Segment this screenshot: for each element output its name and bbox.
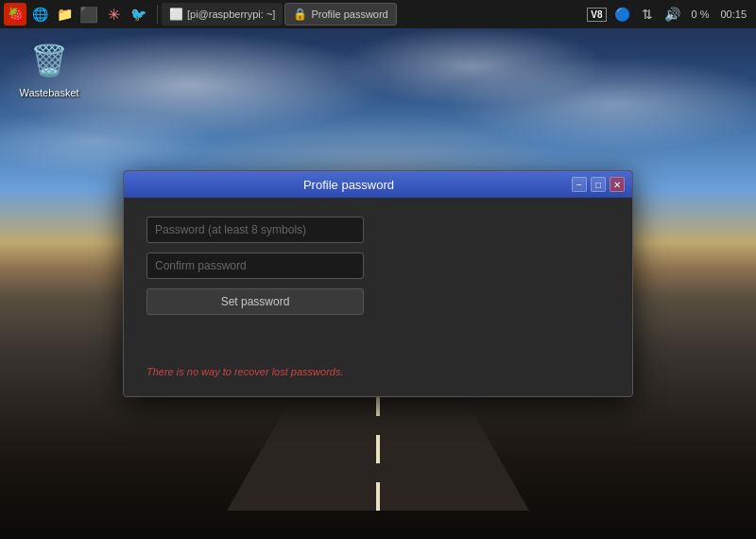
dialog-overlay: Profile password − □ ✕ Set password Ther… (0, 28, 756, 539)
terminal-taskbar-btn[interactable]: ⬜ [pi@raspberrypi: ~] (162, 3, 283, 26)
settings-icon[interactable]: ✳ (102, 3, 125, 26)
terminal-btn-label: [pi@raspberrypi: ~] (187, 9, 275, 20)
dialog-titlebar: Profile password − □ ✕ (124, 171, 632, 198)
taskbar: 🍓 🌐 📁 ⬛ ✳ 🐦 ⬜ [pi@raspberrypi: ~] 🔒 Prof… (0, 0, 756, 28)
warning-text: There is no way to recover lost password… (146, 366, 610, 377)
antivirus-icon[interactable]: 🐦 (127, 3, 149, 26)
profile-password-dialog: Profile password − □ ✕ Set password Ther… (123, 170, 633, 397)
set-password-button[interactable]: Set password (146, 288, 364, 315)
network-icon[interactable]: ⇅ (638, 5, 657, 24)
volume-icon[interactable]: 🔊 (661, 5, 684, 24)
globe-icon[interactable]: 🌐 (28, 3, 51, 26)
terminal-icon[interactable]: ⬛ (77, 3, 100, 26)
dialog-content: Set password There is no way to recover … (124, 198, 632, 396)
raspberry-menu-icon[interactable]: 🍓 (4, 3, 26, 26)
taskbar-separator-1 (157, 5, 158, 24)
lock-icon: 🔒 (293, 8, 307, 21)
password-input[interactable] (146, 217, 364, 243)
folder-icon[interactable]: 📁 (53, 3, 76, 26)
dialog-spacer (146, 324, 610, 353)
v8-indicator[interactable]: V8 (587, 8, 606, 22)
taskbar-left: 🍓 🌐 📁 ⬛ ✳ 🐦 (0, 3, 153, 26)
dialog-taskbar-btn[interactable]: 🔒 Profile password (284, 3, 396, 26)
maximize-button[interactable]: □ (591, 177, 606, 192)
bluetooth-icon[interactable]: 🔵 (610, 5, 634, 24)
minimize-button[interactable]: − (572, 177, 587, 192)
confirm-password-input[interactable] (146, 252, 364, 279)
dialog-controls: − □ ✕ (572, 177, 625, 192)
dialog-btn-label: Profile password (311, 9, 387, 20)
clock: 00:15 (716, 7, 750, 22)
desktop: 🍓 🌐 📁 ⬛ ✳ 🐦 ⬜ [pi@raspberrypi: ~] 🔒 Prof… (0, 0, 756, 539)
close-button[interactable]: ✕ (610, 177, 625, 192)
battery-indicator[interactable]: 0 % (688, 7, 713, 22)
dialog-title: Profile password (131, 178, 566, 192)
terminal-btn-icon: ⬜ (169, 8, 183, 21)
taskbar-right: V8 🔵 ⇅ 🔊 0 % 00:15 (581, 5, 756, 24)
